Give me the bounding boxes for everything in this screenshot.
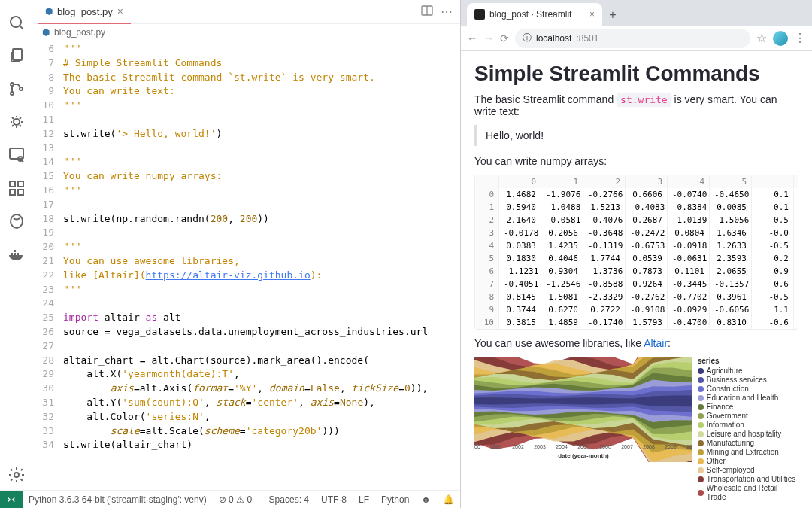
forward-icon[interactable]: → — [483, 32, 494, 44]
editor-tabs: ⬢ blog_post.py × ⋯ — [33, 0, 460, 24]
star-icon[interactable]: ☆ — [756, 31, 767, 45]
svg-point-17 — [14, 473, 19, 477]
svg-point-6 — [14, 119, 20, 125]
status-eol[interactable]: LF — [353, 494, 375, 505]
code-editor[interactable]: 6"""7# Simple Streamlit Commands8The bas… — [33, 41, 460, 490]
extensions-icon[interactable] — [8, 179, 26, 197]
browser-tab[interactable]: blog_post · Streamlit × — [467, 3, 602, 26]
favicon — [474, 9, 485, 20]
editor-actions: ⋯ — [421, 5, 460, 19]
svg-text:date (year-month): date (year-month) — [558, 452, 609, 459]
svg-text:2002: 2002 — [512, 444, 524, 449]
svg-rect-9 — [10, 181, 15, 187]
feedback-icon[interactable]: ☻ — [415, 494, 437, 505]
legend-item: Manufacturing — [698, 439, 798, 448]
blockquote: Hello, world! — [474, 125, 798, 146]
status-encoding[interactable]: UTF-8 — [315, 494, 353, 505]
legend-item: Self-employed — [698, 466, 798, 475]
editor-area: ⬢ blog_post.py × ⋯ ⬢ blog_post.py 6"""7#… — [33, 0, 460, 490]
status-lang[interactable]: Python — [375, 494, 415, 505]
svg-line-1 — [20, 26, 23, 29]
split-editor-icon[interactable] — [421, 5, 433, 17]
svg-point-4 — [11, 92, 14, 95]
numpy-table[interactable]: 01234501.4682-1.9076-0.27660.6606-0.0740… — [474, 175, 798, 330]
python-file-icon: ⬢ — [42, 27, 50, 38]
chart-legend: seriesAgricultureBusiness servicesConstr… — [698, 357, 798, 502]
info-icon: ⓘ — [523, 32, 532, 44]
extension-marketplace-icon[interactable] — [8, 212, 26, 230]
breadcrumb[interactable]: ⬢ blog_post.py — [33, 24, 460, 41]
url-field[interactable]: ⓘ localhost:8501 — [515, 29, 750, 48]
legend-item: Information — [698, 421, 798, 430]
code-inline: st.write — [617, 93, 671, 107]
svg-text:2005: 2005 — [577, 444, 589, 449]
svg-rect-10 — [18, 181, 23, 187]
search-icon[interactable] — [8, 14, 26, 32]
url-port: :8501 — [576, 33, 598, 44]
reload-icon[interactable]: ⟳ — [500, 32, 509, 44]
legend-item: Other — [698, 457, 798, 466]
activity-bar — [0, 0, 33, 490]
svg-text:2006: 2006 — [599, 444, 611, 449]
intro-text: The basic Streamlit command st.write is … — [474, 93, 798, 117]
svg-rect-2 — [13, 49, 22, 60]
breadcrumb-file: blog_post.py — [54, 27, 105, 38]
debug-icon[interactable] — [8, 113, 26, 131]
back-icon[interactable]: ← — [467, 32, 477, 44]
editor-tab[interactable]: ⬢ blog_post.py × — [38, 0, 131, 24]
legend-item: Agriculture — [698, 367, 798, 376]
legend-item: Education and Health — [698, 394, 798, 403]
svg-text:2010: 2010 — [686, 444, 692, 449]
status-problems[interactable]: ⊘ 0 ⚠ 0 — [213, 494, 258, 505]
files-icon[interactable] — [8, 47, 26, 65]
browser-window: blog_post · Streamlit × + ← → ⟳ ⓘ localh… — [460, 0, 812, 508]
url-host: localhost — [536, 33, 571, 44]
legend-item: Mining and Extraction — [698, 448, 798, 457]
svg-point-3 — [11, 83, 14, 86]
svg-text:2000: 2000 — [474, 444, 480, 449]
docker-icon[interactable] — [8, 245, 26, 263]
svg-text:2004: 2004 — [556, 444, 568, 449]
svg-point-0 — [11, 17, 21, 27]
more-actions-icon[interactable]: ⋯ — [441, 5, 453, 19]
bell-icon[interactable]: 🔔 — [437, 494, 460, 505]
profile-avatar[interactable] — [773, 31, 788, 46]
svg-rect-13 — [11, 253, 13, 255]
legend-item: Business services — [698, 376, 798, 385]
svg-text:2007: 2007 — [621, 444, 633, 449]
legend-item: Wholesale and Retail Trade — [698, 484, 798, 502]
svg-text:2009: 2009 — [665, 444, 677, 449]
menu-icon[interactable]: ⋮ — [794, 31, 806, 45]
altair-link[interactable]: Altair — [644, 337, 668, 349]
svg-rect-11 — [10, 190, 15, 195]
remote-indicator[interactable] — [0, 491, 23, 509]
close-icon[interactable]: × — [589, 9, 595, 20]
legend-item: Construction — [698, 385, 798, 394]
status-python[interactable]: Python 3.6.3 64-bit ('streamlit-staging'… — [23, 494, 213, 505]
legend-item: Finance — [698, 403, 798, 412]
svg-rect-16 — [14, 250, 16, 252]
svg-text:2001: 2001 — [490, 444, 502, 449]
test-icon[interactable] — [8, 146, 26, 164]
svg-rect-14 — [14, 253, 16, 255]
legend-item: Leisure and hospitality — [698, 430, 798, 439]
source-control-icon[interactable] — [8, 80, 26, 98]
tab-filename: blog_post.py — [57, 6, 113, 17]
area-chart: 2000200120022003200420052006200720082009… — [474, 357, 692, 462]
numpy-intro: You can write numpy arrays: — [474, 155, 798, 167]
svg-text:2008: 2008 — [643, 444, 655, 449]
svg-point-5 — [20, 87, 23, 90]
error-icon: ⊘ — [219, 494, 229, 505]
settings-gear-icon[interactable] — [8, 466, 26, 484]
streamlit-page: Simple Streamlit Commands The basic Stre… — [461, 51, 812, 508]
close-icon[interactable]: × — [117, 5, 123, 17]
vscode-window: ⬢ blog_post.py × ⋯ ⬢ blog_post.py 6"""7#… — [0, 0, 460, 508]
browser-tab-title: blog_post · Streamlit — [489, 9, 571, 20]
warning-icon: ⚠ — [236, 494, 247, 505]
altair-intro: You can use awesome libraries, like Alta… — [474, 337, 798, 349]
new-tab-button[interactable]: + — [602, 5, 623, 26]
status-spaces[interactable]: Spaces: 4 — [263, 494, 315, 505]
altair-chart: 2000200120022003200420052006200720082009… — [474, 357, 798, 502]
svg-rect-15 — [17, 253, 19, 255]
page-title: Simple Streamlit Commands — [474, 62, 798, 86]
